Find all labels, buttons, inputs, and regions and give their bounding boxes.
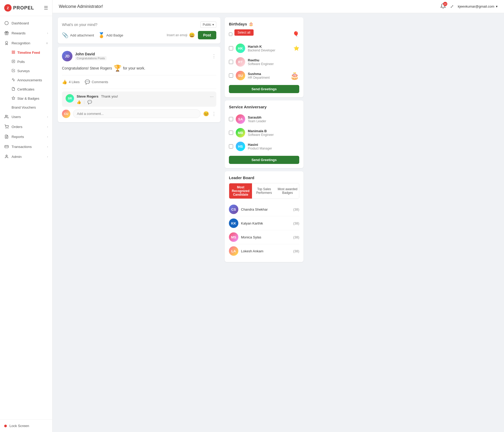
lock-screen-button[interactable]: Lock Screen xyxy=(4,424,48,428)
comment-reply-button[interactable]: 💬 xyxy=(87,100,92,104)
comment-like-button[interactable]: 👍 xyxy=(77,100,81,104)
anniversary-send-greetings-button[interactable]: Send Greetings xyxy=(229,156,299,164)
main-content: Welcome Administrator! 10 ⤢ kjeevkumar@g… xyxy=(52,0,504,432)
post-text-pre: Congratulations! Steve Rogers xyxy=(62,66,112,70)
polls-icon xyxy=(12,60,15,64)
leaderboard-title: Leader Board xyxy=(229,175,299,180)
feed-column: Public ▾ 📎 Add attachment 🏅 Add Badge xyxy=(58,17,220,428)
anniversary-person-3: HS Hasini Product Manager xyxy=(229,140,299,153)
select-all-checkbox[interactable] xyxy=(229,33,232,36)
users-arrow-icon: › xyxy=(47,115,48,118)
tab-most-awarded[interactable]: Most awarded Badges xyxy=(276,183,299,199)
sidebar-item-transactions[interactable]: Transactions › xyxy=(0,142,52,152)
post-composer: Public ▾ 📎 Add attachment 🏅 Add Badge xyxy=(58,17,220,44)
lb-item-3: MS Monica Sylas (38) xyxy=(229,230,299,244)
comment-item: SR Steve Rogers Thank you! 👍 | 💬 ⋯ xyxy=(62,92,216,107)
comment-input[interactable] xyxy=(73,109,201,118)
birthday-person-1: HK Harish K Backend Developer ⭐ xyxy=(229,41,299,55)
sidebar-label-admin: Admin xyxy=(12,155,22,159)
notification-bell[interactable]: 10 xyxy=(440,3,446,10)
anniversary-checkbox-1[interactable] xyxy=(229,117,233,121)
sidebar-item-rewards[interactable]: Rewards › xyxy=(0,28,52,38)
post-author-info: John David Congratulations Posts xyxy=(75,52,107,60)
svg-rect-4 xyxy=(12,51,13,52)
post-trophy-emoji: 🏆 xyxy=(114,65,122,72)
composer-input[interactable] xyxy=(62,23,200,27)
visibility-arrow-icon: ▾ xyxy=(212,23,214,26)
tab-top-sales[interactable]: Top Sales Performers xyxy=(253,183,275,199)
tab-most-recognized[interactable]: Most Recognized Candidate xyxy=(229,183,252,199)
comment-author-name: Steve Rogers xyxy=(77,94,98,98)
comment-separator: | xyxy=(84,100,85,104)
sidebar-item-announcements[interactable]: Announcements xyxy=(0,76,52,85)
lb-item-4: LA Lokesh Ankam (38) xyxy=(229,244,299,258)
birthday-name-1: Harish K xyxy=(248,45,291,49)
post-button[interactable]: Post xyxy=(198,31,216,39)
sidebar-item-star-badges[interactable]: Star & Badges xyxy=(0,94,52,103)
sidebar-item-surveys[interactable]: Surveys xyxy=(0,66,52,76)
comment-button[interactable]: 💬 Comments xyxy=(85,79,108,84)
current-user-avatar: CU xyxy=(62,110,70,118)
comment-emoji-button[interactable]: 😊 xyxy=(203,111,209,117)
star-icon xyxy=(12,96,15,101)
anniversary-avatar-1: SA xyxy=(236,114,245,124)
lb-item-2: KK Kalyan Karthik (38) xyxy=(229,216,299,230)
add-attachment-button[interactable]: 📎 Add attachment xyxy=(62,32,94,38)
sidebar-item-polls[interactable]: Polls xyxy=(0,57,52,66)
logo: Z PROPEL ☰ xyxy=(0,0,52,16)
sidebar-sub-label-timeline: Timeline Feed xyxy=(17,51,40,55)
sidebar-item-admin[interactable]: Admin › xyxy=(0,152,52,162)
award-icon xyxy=(4,41,9,45)
sidebar-item-timeline-feed[interactable]: Timeline Feed xyxy=(0,48,52,57)
anniversary-checkbox-3[interactable] xyxy=(229,144,233,148)
top-bar: Welcome Administrator! 10 ⤢ kjeevkumar@g… xyxy=(52,0,504,13)
anniversary-avatar-3: HS xyxy=(236,142,245,151)
select-all-button[interactable]: Select all xyxy=(234,29,254,36)
add-badge-button[interactable]: 🏅 Add Badge xyxy=(98,32,123,38)
sidebar-sub-label-certificates: Certificates xyxy=(17,87,34,91)
sidebar-item-recognition[interactable]: Recognition ∨ xyxy=(0,38,52,48)
sidebar-nav: Dashboard Rewards › Recognition ∨ Timeli… xyxy=(0,16,52,419)
anniversary-role-2: Software Engineer xyxy=(248,133,299,137)
birthday-checkbox-2[interactable] xyxy=(229,60,233,64)
anniversary-checkbox-2[interactable] xyxy=(229,131,233,135)
birthdays-send-greetings-button[interactable]: Send Greetings xyxy=(229,85,299,93)
expand-icon[interactable]: ⤢ xyxy=(450,4,454,9)
lb-avatar-1: CS xyxy=(229,205,238,214)
welcome-message: Welcome Administrator! xyxy=(59,4,440,9)
lock-screen-label: Lock Screen xyxy=(9,424,29,428)
comment-options-button[interactable]: ⋮ xyxy=(212,111,216,117)
reports-arrow-icon: › xyxy=(47,135,48,138)
user-menu[interactable]: kjeevkumar@gmail.com ▾ xyxy=(458,4,498,8)
anniversary-info-2: Manimala B Software Engineer xyxy=(248,129,299,137)
post-more-icon[interactable]: ⋮ xyxy=(212,53,216,59)
birthday-avatar-3: SU xyxy=(236,71,245,80)
anniversary-person-1: SA Saraubh Team Leader xyxy=(229,112,299,126)
post-author-avatar: JD xyxy=(62,51,72,61)
sidebar-item-users[interactable]: Users › xyxy=(0,112,52,122)
svg-point-3 xyxy=(6,41,8,43)
add-comment-row: CU 😊 ⋮ xyxy=(62,109,216,118)
birthday-person-2: RT Reethu Software Engineer xyxy=(229,55,299,69)
sidebar-item-reports[interactable]: Reports › xyxy=(0,132,52,142)
birthday-name-3: Sushma xyxy=(248,72,287,76)
menu-toggle-button[interactable]: ☰ xyxy=(44,5,48,11)
sidebar-item-certificates[interactable]: Certificates xyxy=(0,85,52,94)
visibility-select[interactable]: Public ▾ xyxy=(200,22,216,28)
emoji-icon[interactable]: 😀 xyxy=(189,32,195,38)
birthday-person-3: SU Sushma HR Department 🎂 xyxy=(229,69,299,82)
svg-rect-7 xyxy=(12,52,13,54)
sidebar-item-dashboard[interactable]: Dashboard xyxy=(0,18,52,28)
sidebar-item-brand-vouchers[interactable]: Brand Vouchers xyxy=(0,103,52,112)
birthday-checkbox-1[interactable] xyxy=(229,46,233,50)
service-anniversary-label: Service Anniversary xyxy=(229,105,267,109)
comment-more-icon[interactable]: ⋯ xyxy=(210,94,214,99)
birthday-info-1: Harish K Backend Developer xyxy=(248,45,291,52)
post-text-post: for your work. xyxy=(123,66,145,70)
post-author-name: John David xyxy=(75,52,107,56)
sidebar-label-recognition: Recognition xyxy=(12,41,30,45)
sidebar-item-orders[interactable]: Orders › xyxy=(0,122,52,132)
birthday-checkbox-3[interactable] xyxy=(229,73,233,78)
like-button[interactable]: 👍 4 Likes xyxy=(62,79,80,84)
lb-score-1: (38) xyxy=(293,207,299,211)
